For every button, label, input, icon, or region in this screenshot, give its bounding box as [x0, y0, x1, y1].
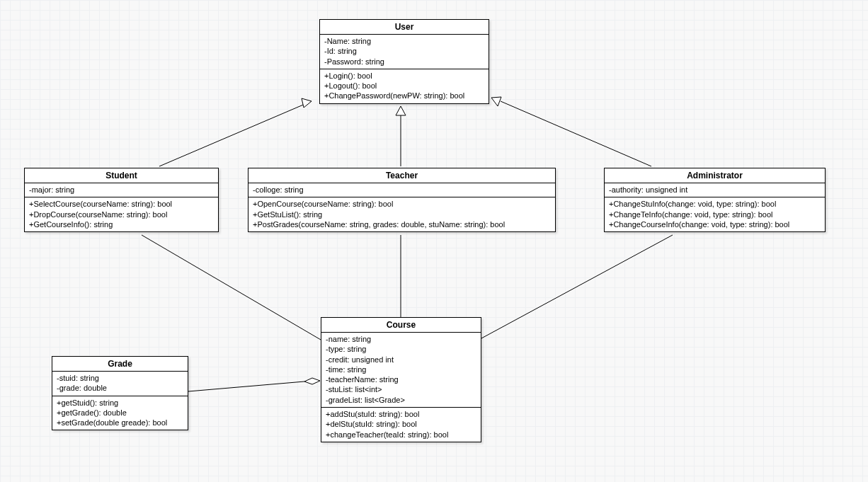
attr-line: -authority: unsigned int [609, 185, 821, 195]
attr-line: -Name: string [324, 36, 484, 46]
op-line: +SelectCourse(courseName: string): bool [29, 199, 214, 209]
class-attrs: -major: string [25, 183, 218, 197]
svg-marker-1 [302, 98, 312, 108]
op-line: +getGrade(): double [57, 408, 183, 418]
svg-line-4 [501, 101, 651, 166]
class-ops: +Login(): bool +Logout(): bool +ChangePa… [320, 69, 489, 103]
op-line: +GetStuList(): string [253, 210, 551, 219]
svg-line-9 [188, 381, 304, 391]
attr-line: -Id: string [324, 46, 484, 56]
svg-marker-3 [396, 106, 406, 115]
class-title: Course [321, 318, 481, 333]
class-title: Teacher [249, 168, 555, 183]
op-line: +setGrade(double greade): bool [57, 418, 183, 428]
op-line: +getStuid(): string [57, 398, 183, 408]
class-ops: +addStu(stuId: string): bool +delStu(stu… [321, 408, 481, 442]
class-attrs: -stuid: string -grade: double [52, 372, 188, 396]
op-line: +DropCourse(courseName: string): bool [29, 210, 214, 219]
attr-line: -colloge: string [253, 185, 551, 195]
attr-line: -stuid: string [57, 373, 183, 383]
attr-line: -gradeList: list<Grade> [326, 395, 476, 405]
op-line: +ChangeCourseInfo(change: void, type: st… [609, 219, 821, 229]
svg-marker-5 [491, 97, 501, 106]
class-ops: +getStuid(): string +getGrade(): double … [52, 396, 188, 430]
class-teacher: Teacher -colloge: string +OpenCourse(cou… [248, 168, 556, 232]
svg-line-8 [481, 235, 673, 338]
svg-line-6 [142, 235, 321, 340]
attr-line: -name: string [326, 334, 476, 344]
op-line: +GetCourseInfo(): string [29, 219, 214, 229]
class-ops: +SelectCourse(courseName: string): bool … [25, 197, 218, 231]
op-line: +ChangePassword(newPW: string): bool [324, 91, 484, 101]
op-line: +OpenCourse(courseName: string): bool [253, 199, 551, 209]
class-attrs: -colloge: string [249, 183, 555, 197]
attr-line: -teacherName: string [326, 374, 476, 384]
class-attrs: -name: string -type: string -credit: uns… [321, 333, 481, 408]
op-line: +PostGrades(courseName: string, grades: … [253, 219, 551, 229]
op-line: +ChangeTeInfo(change: void, type: string… [609, 210, 821, 219]
class-grade: Grade -stuid: string -grade: double +get… [52, 356, 188, 430]
svg-marker-10 [304, 378, 320, 384]
op-line: +ChangeStuInfo(change: void, type: strin… [609, 199, 821, 209]
op-line: +Login(): bool [324, 71, 484, 81]
class-attrs: -authority: unsigned int [605, 183, 825, 197]
class-user: User -Name: string -Id: string -Password… [319, 19, 489, 104]
class-title: Student [25, 168, 218, 183]
op-line: +Logout(): bool [324, 81, 484, 91]
attr-line: -major: string [29, 185, 214, 195]
attr-line: -type: string [326, 344, 476, 354]
class-administrator: Administrator -authority: unsigned int +… [604, 168, 826, 232]
attr-line: -Password: string [324, 57, 484, 67]
class-title: User [320, 20, 489, 35]
op-line: +changeTeacher(teaId: string): bool [326, 430, 476, 440]
op-line: +addStu(stuId: string): bool [326, 409, 476, 419]
class-student: Student -major: string +SelectCourse(cou… [24, 168, 219, 232]
attr-line: -time: string [326, 365, 476, 374]
attr-line: -credit: unsigned int [326, 355, 476, 365]
attr-line: -grade: double [57, 383, 183, 393]
class-title: Grade [52, 357, 188, 372]
attr-line: -stuList: list<int> [326, 384, 476, 394]
svg-line-0 [159, 101, 312, 166]
class-ops: +OpenCourse(courseName: string): bool +G… [249, 197, 555, 231]
op-line: +delStu(stuId: string): bool [326, 419, 476, 429]
class-attrs: -Name: string -Id: string -Password: str… [320, 35, 489, 69]
class-ops: +ChangeStuInfo(change: void, type: strin… [605, 197, 825, 231]
class-course: Course -name: string -type: string -cred… [321, 317, 481, 442]
class-title: Administrator [605, 168, 825, 183]
